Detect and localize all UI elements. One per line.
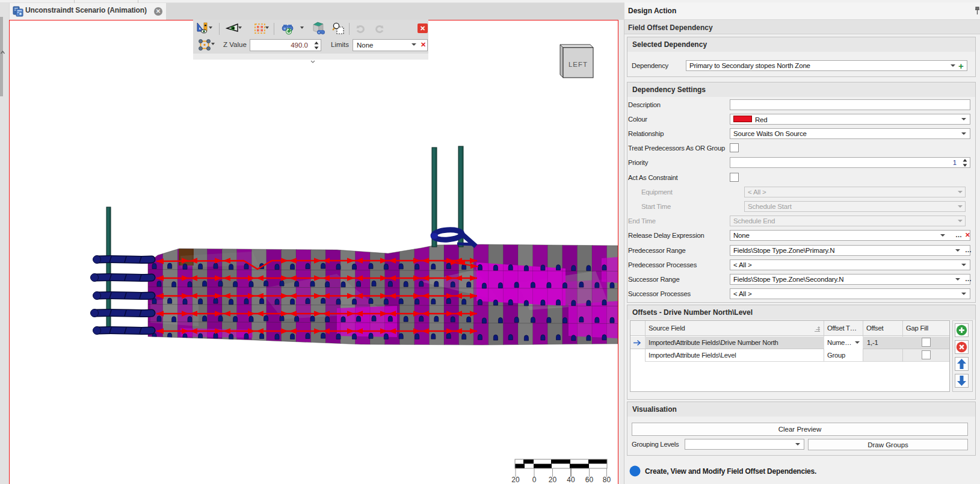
- svg-text:80: 80: [603, 476, 611, 484]
- svg-text:40: 40: [567, 476, 575, 484]
- svg-text:LEFT: LEFT: [569, 61, 588, 68]
- svg-text:60: 60: [585, 476, 594, 484]
- svg-text:20: 20: [549, 476, 557, 484]
- svg-text:20: 20: [511, 476, 520, 484]
- svg-text:0: 0: [532, 476, 537, 484]
